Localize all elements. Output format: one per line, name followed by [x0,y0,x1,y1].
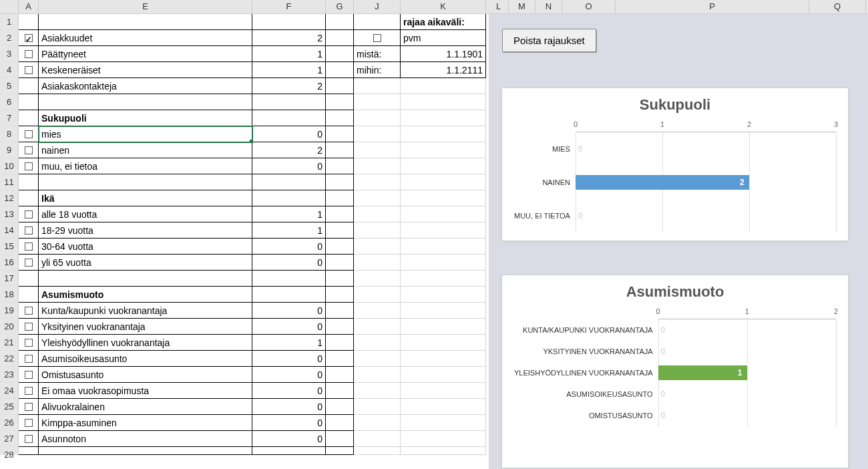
cell[interactable] [326,335,354,351]
col-header-K[interactable]: K [401,0,486,13]
checkbox-cell[interactable] [19,383,39,399]
checkbox-icon[interactable] [25,50,33,58]
row-header[interactable]: 25 [0,399,19,415]
cell[interactable] [326,255,354,271]
label-cell[interactable] [39,14,252,30]
checkbox-cell[interactable] [19,158,39,174]
checkbox-icon[interactable] [25,419,33,427]
label-cell[interactable]: Asiakaskontakteja [39,78,252,94]
checkbox-icon[interactable] [25,355,33,363]
cell[interactable] [401,383,486,399]
value-cell[interactable] [252,271,326,287]
col-header-M[interactable]: M [509,0,535,13]
label-cell[interactable]: Kimppa-asuminen [39,415,252,431]
clear-filters-button[interactable]: Poista rajaukset [502,29,596,52]
cell[interactable] [354,30,401,46]
cell[interactable] [326,431,354,447]
row-header[interactable]: 17 [0,271,19,287]
cell[interactable] [326,287,354,303]
checkbox-cell[interactable] [19,239,39,255]
cell[interactable] [326,367,354,383]
checkbox-cell[interactable] [19,142,39,158]
checkbox-cell[interactable] [19,62,39,78]
row-header[interactable]: 20 [0,319,19,335]
checkbox-icon[interactable] [25,403,33,411]
value-cell[interactable]: 2 [252,78,326,94]
row-header[interactable]: 6 [0,94,19,110]
col-header-E[interactable]: E [39,0,252,13]
row-header[interactable]: 27 [0,431,19,447]
checkbox-icon[interactable] [25,339,33,347]
value-cell[interactable]: 2 [252,142,326,158]
label-cell[interactable]: nainen [39,142,252,158]
value-cell[interactable]: 0 [252,399,326,415]
cell[interactable] [326,399,354,415]
checkbox-icon[interactable] [25,210,33,218]
checkbox-cell[interactable] [19,335,39,351]
cell[interactable] [354,94,401,110]
cell[interactable] [401,335,486,351]
cell[interactable] [401,142,486,158]
cell[interactable] [326,351,354,367]
col-header-P[interactable]: P [616,0,809,13]
cell[interactable] [326,383,354,399]
cell[interactable] [401,351,486,367]
checkbox-cell[interactable] [19,255,39,271]
value-cell[interactable]: 0 [252,367,326,383]
cell[interactable] [326,110,354,126]
value-cell[interactable] [252,94,326,110]
label-cell[interactable]: 30-64 vuotta [39,239,252,255]
cell[interactable] [354,287,401,303]
checkbox-icon[interactable] [25,323,33,331]
cell[interactable] [354,383,401,399]
cell[interactable] [354,367,401,383]
value-cell[interactable]: 0 [252,239,326,255]
value-cell[interactable] [252,110,326,126]
cell[interactable] [326,78,354,94]
col-header-J[interactable]: J [354,0,401,13]
checkbox-icon[interactable] [25,307,33,315]
checkbox-cell[interactable] [19,431,39,447]
label-cell[interactable] [39,271,252,287]
chart-asumismuoto[interactable]: AsumismuotoKUNTA/KAUPUNKI VUOKRANANTAJAY… [501,275,849,468]
label-cell[interactable]: Asumisoikeusasunto [39,351,252,367]
checkbox-icon[interactable] [25,371,33,379]
cell[interactable]: 1.1.1901 [401,46,486,62]
cell[interactable] [326,158,354,174]
value-cell[interactable] [252,447,326,455]
value-cell[interactable] [252,190,326,206]
label-cell[interactable]: Ei omaa vuokrasopimusta [39,383,252,399]
value-cell[interactable]: 0 [252,255,326,271]
checkbox-cell[interactable] [19,126,39,142]
cell[interactable] [354,319,401,335]
value-cell[interactable]: 1 [252,222,326,239]
checkbox-icon[interactable] [25,146,33,154]
chart-sukupuoli[interactable]: SukupuoliMIESNAINENMUU, EI TIETOA0123020 [501,88,849,241]
value-cell[interactable]: 0 [252,351,326,367]
checkbox-cell[interactable] [19,415,39,431]
cell[interactable]: 1.1.2111 [401,62,486,78]
cell[interactable] [354,174,401,190]
select-all-corner[interactable] [0,0,19,13]
label-cell[interactable] [39,174,252,190]
cell[interactable] [354,222,401,239]
cell[interactable] [326,206,354,222]
spreadsheet-grid[interactable]: A E F G J K 1rajaa aikaväli:2Asiakkuudet… [0,0,489,469]
label-cell[interactable]: Keskeneräiset [39,62,252,78]
col-header-F[interactable]: F [252,0,326,13]
cell[interactable] [354,431,401,447]
cell[interactable] [401,431,486,447]
checkbox-icon[interactable] [25,435,33,443]
checkbox-cell[interactable] [19,46,39,62]
value-cell[interactable]: 1 [252,335,326,351]
label-cell[interactable]: Alivuokralainen [39,399,252,415]
col-header-G[interactable]: G [326,0,354,13]
row-header[interactable]: 28 [0,447,19,455]
label-cell[interactable]: 18-29 vuotta [39,222,252,239]
cell[interactable] [354,271,401,287]
checkbox-cell[interactable] [19,206,39,222]
label-cell[interactable]: Omistusasunto [39,367,252,383]
cell[interactable] [326,126,354,142]
cell[interactable] [401,222,486,239]
label-cell[interactable]: mies [39,126,252,142]
